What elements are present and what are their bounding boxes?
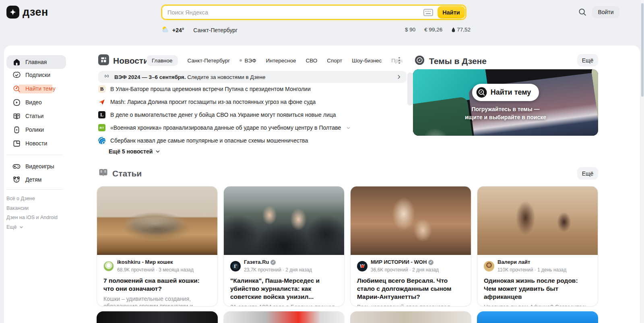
- chevron-down-icon: [19, 225, 24, 230]
- login-button[interactable]: Войти: [592, 6, 619, 18]
- sidebar-divider: [6, 189, 63, 190]
- footer-link-jobs[interactable]: Вакансии: [6, 205, 75, 211]
- tab-main[interactable]: Главное: [147, 55, 178, 66]
- news-item[interactable]: B В Улан-Баторе прошла церемония встречи…: [98, 84, 408, 94]
- article-title[interactable]: Любимец всего Версаля. Что стало с долго…: [357, 277, 464, 300]
- lenta-source-icon: L: [98, 111, 105, 118]
- exchange-rates[interactable]: $ 90 € 99,26 77,52: [405, 27, 471, 33]
- news-section-title: Новости: [113, 56, 149, 66]
- shorts-icon: [12, 125, 21, 134]
- tab-interesting[interactable]: Интересное: [266, 58, 296, 64]
- weather-icon: [161, 26, 169, 34]
- articles-more-button[interactable]: Ещё: [577, 167, 598, 180]
- news-tabs: Главное Санкт-Петербург ВЭФ Интересное С…: [147, 54, 402, 66]
- sidebar-item-home[interactable]: Главная: [6, 55, 66, 69]
- news-item[interactable]: RT «Военная хроника» проанализировала да…: [98, 122, 408, 133]
- news-section-header[interactable]: Новости: [98, 54, 149, 67]
- home-icon: [12, 58, 21, 66]
- banner-find-topic-button[interactable]: Найти тему: [472, 84, 539, 101]
- subscriptions-icon: [12, 70, 21, 79]
- news-item[interactable]: Mash: Лариса Долина просит госзащиты из-…: [98, 97, 408, 107]
- footer-link-apps[interactable]: Дзен на iOS и Android: [6, 215, 75, 220]
- tab-vef[interactable]: ВЭФ: [239, 58, 256, 64]
- search-input[interactable]: [162, 5, 422, 19]
- avatar[interactable]: W: [357, 261, 367, 271]
- article-card-partial[interactable]: [477, 311, 598, 323]
- article-card[interactable]: Валери лайт 110K прочтений · 1 день наза…: [477, 186, 598, 306]
- sidebar-item-subscriptions[interactable]: Подписки: [6, 69, 66, 81]
- oil-drop-icon: [451, 27, 456, 33]
- article-title[interactable]: Одинокая жизнь после родов: Чем может уд…: [484, 277, 591, 300]
- topics-section-header[interactable]: Темы в Дзене: [415, 55, 487, 67]
- sidebar-item-label: Статьи: [25, 113, 43, 119]
- news-ticker[interactable]: ВЭФ 2024 — 3–6 сентября. Следите за ново…: [98, 71, 407, 83]
- weather-widget[interactable]: +24° Санкт-Петербург: [161, 26, 237, 34]
- author-name[interactable]: МИР ИСТОРИИ - WOH✓: [371, 259, 439, 265]
- article-title[interactable]: "Калинка", Паша-Мерседес и убийство журн…: [230, 277, 338, 300]
- news-item[interactable]: Сбербанк назвал две самые популярные и о…: [98, 135, 408, 146]
- news-item[interactable]: L В деле о вымогательстве денег у бойца …: [98, 110, 408, 120]
- topics-more-button[interactable]: Ещё: [577, 54, 598, 66]
- footer-link-about[interactable]: Всё о Дзене: [6, 196, 75, 201]
- avatar[interactable]: Г: [230, 261, 241, 271]
- articles-icon: [12, 112, 21, 120]
- article-card[interactable]: Г Газета.Ru✓ 23,7K прочтений · 2 дня наз…: [223, 186, 345, 306]
- compass-icon: [476, 87, 487, 98]
- chevron-down-icon: [155, 149, 161, 154]
- tab-showbiz[interactable]: Шоу-бизнес: [352, 58, 382, 64]
- articles-section-icon: [98, 168, 108, 179]
- article-meta: 110K прочтений · 1 день назад: [497, 267, 566, 273]
- footer-link-more[interactable]: Ещё: [6, 224, 75, 230]
- more-news-button[interactable]: Ещё 5 новостей: [109, 148, 161, 155]
- sidebar-item-find-topic[interactable]: Найти тему: [6, 83, 66, 95]
- news-tabs-menu-icon[interactable]: [396, 56, 402, 65]
- mash-source-icon: [98, 98, 105, 106]
- find-topic-banner[interactable]: Найти тему Погружайтесь в темы — ищите и…: [413, 69, 598, 136]
- news-icon: [12, 139, 21, 148]
- gamepad-icon: [12, 162, 21, 171]
- article-snippet: 31 августа 1994 года в Берлине прошел «п…: [230, 303, 338, 306]
- sberbank-source-icon: [98, 137, 105, 144]
- articles-section-header[interactable]: Статьи: [98, 168, 142, 179]
- scrollbar-thumb[interactable]: [641, 3, 644, 97]
- header-search-icon[interactable]: [578, 8, 587, 18]
- sidebar-item-shorts[interactable]: Ролики: [6, 124, 66, 136]
- tab-spb[interactable]: Санкт-Петербург: [188, 58, 230, 64]
- carousel-peek: [407, 72, 413, 106]
- chevron-down-icon[interactable]: [346, 125, 351, 130]
- article-title[interactable]: 7 положений сна вашей кошки: что они озн…: [103, 277, 211, 293]
- sidebar-item-news[interactable]: Новости: [6, 137, 66, 149]
- sidebar-item-label: Видео: [25, 99, 42, 106]
- sidebar-item-kids[interactable]: Детям: [6, 174, 66, 186]
- keyboard-icon[interactable]: [422, 7, 434, 18]
- article-card[interactable]: W МИР ИСТОРИИ - WOH✓ 36,6K прочтений · 2…: [350, 186, 471, 306]
- article-card[interactable]: ikoshkiru - Мир кошек 68,9K прочтений · …: [97, 186, 218, 306]
- author-name[interactable]: Валери лайт: [497, 259, 566, 265]
- sidebar-item-label: Подписки: [25, 72, 50, 78]
- avatar[interactable]: [484, 261, 494, 271]
- sidebar-item-label: Главная: [25, 59, 47, 65]
- article-card-partial[interactable]: [350, 311, 471, 323]
- dzen-homepage: дзен Найти Войти +24° Санкт-Петербург $ …: [0, 0, 644, 323]
- sidebar-item-articles[interactable]: Статьи: [6, 110, 66, 122]
- article-card-partial[interactable]: [97, 311, 218, 323]
- article-image-africa: [477, 186, 598, 255]
- tab-sport[interactable]: Спорт: [327, 58, 342, 64]
- dzen-logo-text: дзен: [23, 6, 48, 19]
- dzen-logo[interactable]: дзен: [6, 6, 48, 19]
- ticker-text: ВЭФ 2024 — 3–6 сентября. Следите за ново…: [114, 74, 392, 80]
- video-icon: [12, 98, 21, 107]
- tab-svo[interactable]: СВО: [305, 58, 317, 64]
- bear-icon: [12, 175, 21, 184]
- sidebar-item-video[interactable]: Видео: [6, 96, 66, 108]
- search-submit-button[interactable]: Найти: [438, 6, 465, 19]
- author-name[interactable]: Газета.Ru✓: [244, 259, 312, 265]
- vedomosti-source-icon: B: [98, 85, 105, 93]
- sidebar-item-videogames[interactable]: Видеоигры: [6, 160, 66, 172]
- article-card-partial[interactable]: [223, 311, 345, 323]
- avatar[interactable]: [103, 261, 114, 271]
- rt-source-icon: RT: [98, 124, 105, 131]
- sidebar-item-label: Ролики: [25, 126, 44, 133]
- sidebar-divider: [6, 155, 63, 155]
- author-name[interactable]: ikoshkiru - Мир кошек: [117, 259, 194, 265]
